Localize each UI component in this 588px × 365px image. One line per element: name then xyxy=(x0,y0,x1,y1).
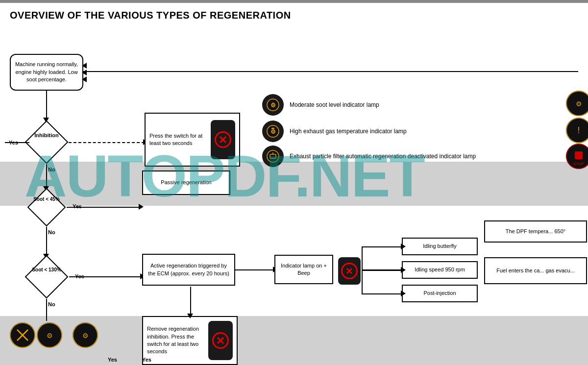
no-45: No xyxy=(48,229,55,235)
press-switch-text: Press the switch for at least two second… xyxy=(149,132,206,147)
vert-45-no xyxy=(46,227,47,256)
soot-130-label: Soot < 130% xyxy=(28,267,65,272)
fuel-enters-box: Fuel enters the ca... gas evacu... xyxy=(484,257,587,284)
horiz-to-speed xyxy=(362,270,403,271)
active-regen-text: Active regeneration triggered by the ECM… xyxy=(146,262,231,277)
bottom-icon-3: ⚙ xyxy=(73,322,98,348)
idling-butterfly-box: Idling butterfly xyxy=(402,238,478,255)
no-label-1: No xyxy=(48,167,55,172)
inhibition-diamond-container: Inhibition xyxy=(24,120,69,164)
page-title: OVERVIEW OF THE VARIOUS TYPES OF REGENER… xyxy=(10,10,291,21)
vert-to-postinj xyxy=(362,270,363,293)
indicator-row-high-exhaust: ⚙ High exhaust gas temperature indicator… xyxy=(262,121,407,142)
svg-text:STOP: STOP xyxy=(573,162,584,166)
vert-to-right xyxy=(362,246,363,270)
top-border xyxy=(0,0,588,3)
exhaust-particle-text: Exhaust particle filter automatic regene… xyxy=(290,153,476,160)
moderate-soot-icon: ⚙ ~ xyxy=(262,94,284,116)
bottom-yes-2: Yes xyxy=(142,357,151,363)
indicator-lamp-box: Indicator lamp on + Beep xyxy=(274,255,333,284)
horiz-to-butterfly xyxy=(362,246,403,247)
dpf-temp-box: The DPF tempera... 650° xyxy=(484,220,587,243)
indicator-lamp-text: Indicator lamp on + Beep xyxy=(278,262,329,277)
svg-rect-20 xyxy=(575,151,583,159)
svg-text:⚙: ⚙ xyxy=(47,332,53,340)
svg-text:⚙: ⚙ xyxy=(270,128,276,135)
bottom-icon-2: ⚙ xyxy=(37,322,62,348)
indicator-row-moderate: ⚙ ~ Moderate soot level indicator lamp xyxy=(262,94,379,116)
right-icon-1: ⚙ xyxy=(566,91,588,116)
page-container: OVERVIEW OF THE VARIOUS TYPES OF REGENER… xyxy=(0,0,588,365)
arrow-3 xyxy=(82,76,87,82)
vert-130-no xyxy=(46,299,47,321)
idling-speed-text: Idling speed 950 rpm xyxy=(415,266,465,273)
dashed-line-1 xyxy=(69,142,145,143)
gray-band-passive xyxy=(0,162,588,206)
horiz-to-postinj xyxy=(362,293,403,294)
switch-icon-red-2 xyxy=(341,263,358,279)
vert-line-2 xyxy=(46,164,47,189)
idling-speed-box: Idling speed 950 rpm xyxy=(402,261,478,279)
machine-running-box: Machine running normally, engine highly … xyxy=(10,54,83,91)
line-active-ind xyxy=(235,269,274,270)
remove-regen-box: Remove regeneration inhibition. Press th… xyxy=(142,316,238,365)
dpf-temp-text: The DPF tempera... 650° xyxy=(506,228,565,235)
passive-regen-box: Passive regeneration xyxy=(142,170,230,195)
high-exhaust-icon: ⚙ xyxy=(262,121,284,142)
press-switch-box: Press the switch for at least two second… xyxy=(145,113,240,167)
yes-45: Yes xyxy=(73,203,82,209)
switch-icon-3 xyxy=(208,321,233,360)
bottom-icon-1 xyxy=(10,322,35,348)
svg-text:⚙: ⚙ xyxy=(82,332,89,340)
arrowhead-to-remove-regen xyxy=(187,314,193,318)
svg-marker-0 xyxy=(25,121,68,163)
svg-point-12 xyxy=(267,150,279,162)
arrowhead-speed xyxy=(401,267,406,273)
inhibition-label: Inhibition xyxy=(29,132,64,138)
machine-running-text: Machine running normally, engine highly … xyxy=(15,61,78,83)
post-injection-text: Post-injection xyxy=(423,290,456,297)
remove-regen-text: Remove regeneration inhibition. Press th… xyxy=(147,325,203,356)
right-icon-3: STOP xyxy=(566,144,588,169)
moderate-soot-text: Moderate soot level indicator lamp xyxy=(290,101,379,108)
active-regen-box: Active regeneration triggered by the ECM… xyxy=(142,254,235,286)
indicator-row-exhaust-particle: Exhaust particle filter automatic regene… xyxy=(262,146,476,167)
bottom-yes-1: Yes xyxy=(108,357,117,363)
soot-45-label: Soot < 45% xyxy=(29,196,64,202)
right-icon-2: ! xyxy=(566,118,588,143)
switch-icon-red xyxy=(215,131,231,148)
soot-130-diamond-container: Soot < 130% xyxy=(24,255,69,299)
arrowhead-soot45 xyxy=(139,204,144,210)
svg-text:!: ! xyxy=(577,125,580,135)
vert-line-1 xyxy=(46,91,47,120)
svg-marker-4 xyxy=(25,256,68,298)
svg-marker-3 xyxy=(28,189,65,226)
switch-icon xyxy=(211,120,235,159)
post-injection-box: Post-injection xyxy=(402,285,478,302)
exhaust-particle-icon xyxy=(262,146,284,167)
left-line xyxy=(5,142,29,143)
svg-text:~: ~ xyxy=(272,100,274,105)
vert-to-remove-regen xyxy=(190,287,191,316)
line-soot130-yes xyxy=(69,276,142,277)
soot-45-diamond-container: Soot < 45% xyxy=(27,188,66,227)
no-130: No xyxy=(48,301,55,307)
line-soot45-yes xyxy=(67,207,140,208)
switch-icon-red-3 xyxy=(212,332,229,349)
switch-icon-2 xyxy=(338,257,361,285)
arrowhead-postinj xyxy=(401,291,406,296)
svg-text:⚙: ⚙ xyxy=(576,100,582,108)
arrow-1 xyxy=(82,63,87,69)
idling-butterfly-text: Idling butterfly xyxy=(423,243,456,250)
top-line xyxy=(83,71,578,72)
arrow-2 xyxy=(82,70,87,75)
passive-regen-text: Passive regeneration xyxy=(161,179,211,186)
fuel-enters-text: Fuel enters the ca... gas evacu... xyxy=(496,267,575,274)
high-exhaust-text: High exhaust gas temperature indicator l… xyxy=(290,128,407,135)
arrowhead-butterfly xyxy=(401,243,406,249)
